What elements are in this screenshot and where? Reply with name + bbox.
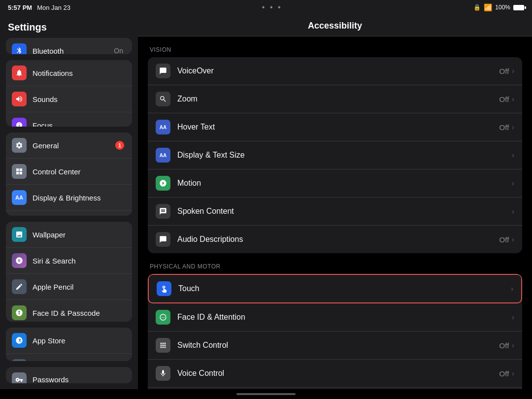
row-hover-text[interactable]: AA Hover Text Off › — [148, 113, 522, 141]
row-audio-descriptions[interactable]: Audio Descriptions Off › — [148, 226, 522, 253]
row-voiceover[interactable]: VoiceOver Off › — [148, 57, 522, 85]
spoken-content-chevron: › — [512, 207, 514, 215]
voiceover-label: VoiceOver — [177, 66, 499, 75]
battery-percent: 100% — [495, 4, 510, 11]
sidebar-item-siri-search[interactable]: Siri & Search — [6, 248, 132, 274]
settings-title: Settings — [8, 22, 47, 33]
row-switch-control[interactable]: Switch Control Off › — [148, 332, 522, 360]
sidebar-item-general[interactable]: General 1 — [6, 133, 132, 159]
general-label: General — [33, 141, 115, 150]
motion-chevron: › — [512, 179, 514, 187]
apple-pencil-label: Apple Pencil — [33, 283, 126, 291]
bluetooth-icon — [12, 43, 27, 54]
hover-text-chevron: › — [512, 123, 514, 131]
display-text-label: Display & Text Size — [177, 151, 512, 160]
voice-control-chevron: › — [512, 369, 514, 377]
siri-icon — [12, 253, 27, 268]
passwords-icon — [12, 372, 27, 383]
zoom-label: Zoom — [177, 95, 499, 103]
display-brightness-icon: AA — [12, 190, 27, 205]
notifications-icon — [12, 66, 27, 80]
spoken-content-label: Spoken Content — [177, 207, 512, 216]
sidebar-group2: General 1 Control Center AA Display & Br… — [6, 133, 132, 216]
status-bar: 5:57 PM Mon Jan 23 • • • 🔒 📶 100% — [0, 0, 532, 15]
focus-label: Focus — [33, 121, 126, 127]
status-time: 5:57 PM — [8, 4, 32, 11]
physical-section-label: PHYSICAL AND MOTOR — [150, 263, 522, 270]
voice-control-label: Voice Control — [177, 369, 499, 378]
detail-title: Accessibility — [308, 21, 362, 31]
passwords-label: Passwords — [33, 375, 126, 383]
touch-chevron: › — [511, 285, 513, 293]
wifi-icon: 📶 — [484, 3, 492, 11]
row-motion[interactable]: Motion › — [148, 169, 522, 198]
row-touch[interactable]: Touch › — [148, 274, 522, 303]
app-container: Settings Bluetooth On Notifications — [0, 15, 532, 389]
motion-label: Motion — [177, 179, 512, 188]
row-face-id-attention[interactable]: Face ID & Attention › — [148, 303, 522, 332]
voice-control-value: Off — [499, 369, 509, 378]
switch-control-value: Off — [499, 341, 509, 350]
control-center-icon — [12, 164, 27, 179]
row-display-text-size[interactable]: AA Display & Text Size › — [148, 141, 522, 169]
face-id-attention-icon — [156, 310, 170, 325]
sidebar-item-bluetooth[interactable]: Bluetooth On — [6, 38, 132, 54]
dots-indicator: • • • — [262, 3, 282, 12]
sidebar-group4: App Store Wallet & Apple Pay — [6, 328, 132, 361]
audio-descriptions-label: Audio Descriptions — [177, 235, 499, 244]
voiceover-icon — [156, 64, 170, 78]
hover-text-label: Hover Text — [177, 123, 499, 132]
face-id-label: Face ID & Passcode — [33, 309, 126, 317]
sidebar-item-notifications[interactable]: Notifications — [6, 60, 132, 86]
detail-header: Accessibility — [138, 15, 532, 36]
row-voice-control[interactable]: Voice Control Off › — [148, 360, 522, 388]
sidebar-header: Settings — [0, 15, 138, 38]
app-store-icon — [12, 333, 27, 348]
bluetooth-value: On — [114, 47, 123, 54]
sidebar-item-app-store[interactable]: App Store — [6, 328, 132, 354]
sidebar-item-display-brightness[interactable]: AA Display & Brightness — [6, 185, 132, 211]
motion-icon — [156, 176, 170, 191]
sidebar-item-control-center[interactable]: Control Center — [6, 159, 132, 185]
bluetooth-label: Bluetooth — [33, 47, 114, 55]
sidebar-item-focus[interactable]: Focus — [6, 112, 132, 127]
sidebar-group-top: Bluetooth On — [6, 38, 132, 54]
sidebar-item-apple-pencil[interactable]: Apple Pencil — [6, 274, 132, 300]
sounds-label: Sounds — [33, 95, 126, 103]
general-badge: 1 — [115, 141, 124, 150]
apple-pencil-icon — [12, 279, 27, 294]
row-top-button[interactable]: Top Button › — [148, 388, 522, 389]
battery-icon — [513, 5, 524, 10]
hover-text-icon: AA — [156, 120, 170, 134]
face-id-icon — [12, 305, 27, 320]
row-zoom[interactable]: Zoom Off › — [148, 85, 522, 113]
switch-control-chevron: › — [512, 341, 514, 349]
switch-control-icon — [156, 338, 170, 353]
app-store-label: App Store — [33, 336, 126, 345]
detail-panel: Accessibility VISION VoiceOver Off › — [138, 15, 532, 389]
voiceover-chevron: › — [512, 67, 514, 75]
wallet-icon — [12, 359, 27, 361]
sidebar-item-face-id[interactable]: Face ID & Passcode — [6, 300, 132, 322]
row-spoken-content[interactable]: Spoken Content › — [148, 198, 522, 226]
control-center-label: Control Center — [33, 167, 126, 176]
vision-group: VoiceOver Off › Zoom Off › AA Hover Text… — [148, 57, 522, 253]
home-indicator — [0, 389, 532, 399]
zoom-chevron: › — [512, 95, 514, 103]
display-text-chevron: › — [512, 151, 514, 159]
zoom-value: Off — [499, 95, 509, 103]
hover-text-value: Off — [499, 123, 509, 132]
spoken-content-icon — [156, 204, 170, 219]
sidebar-group1: Notifications Sounds Focus Screen Time — [6, 60, 132, 127]
sidebar-item-sounds[interactable]: Sounds — [6, 86, 132, 112]
sidebar-item-home-screen[interactable]: Home Screen & Multitasking — [6, 211, 132, 216]
general-icon — [12, 138, 27, 153]
sidebar-item-passwords[interactable]: Passwords — [6, 367, 132, 383]
siri-search-label: Siri & Search — [33, 257, 126, 265]
display-text-icon: AA — [156, 148, 170, 163]
sidebar-item-wallpaper[interactable]: Wallpaper — [6, 222, 132, 248]
voice-control-icon — [156, 366, 170, 381]
sidebar-group3: Wallpaper Siri & Search Apple Pencil Fac… — [6, 222, 132, 322]
sidebar-item-wallet[interactable]: Wallet & Apple Pay — [6, 354, 132, 361]
status-icons: 🔒 📶 100% — [473, 3, 524, 11]
